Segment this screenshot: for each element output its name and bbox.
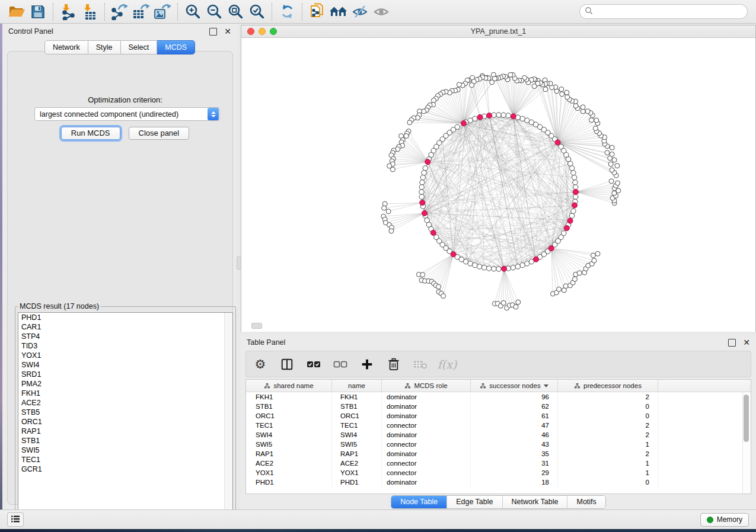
table-row[interactable]: STB1STB1dominator620 xyxy=(246,402,751,411)
mcds-result-item[interactable]: SWI5 xyxy=(18,446,232,455)
deselect-all-icon[interactable] xyxy=(333,357,347,371)
export-network-icon xyxy=(111,4,129,20)
table-scrollbar-thumb[interactable] xyxy=(744,395,749,442)
zoom-selected-button[interactable] xyxy=(246,2,267,22)
column-header-successor-nodes[interactable]: successor nodes xyxy=(471,380,558,392)
add-column-icon[interactable] xyxy=(360,357,374,371)
table-row[interactable]: YOX1YOX1connector291 xyxy=(246,468,751,477)
table-row[interactable]: TEC1TEC1connector472 xyxy=(246,421,751,430)
column-header-predecessor-nodes[interactable]: predecessor nodes xyxy=(558,380,658,392)
settings-gear-icon[interactable]: ⚙ xyxy=(253,357,267,371)
tab-network-table[interactable]: Network Table xyxy=(502,496,567,508)
select-all-icon[interactable] xyxy=(307,357,321,371)
refresh-button[interactable] xyxy=(276,2,298,22)
open-button[interactable] xyxy=(6,2,27,22)
tab-select[interactable]: Select xyxy=(121,40,158,55)
import-table-button[interactable] xyxy=(79,2,100,22)
memory-button-label: Memory xyxy=(717,515,742,524)
network-graph-svg[interactable] xyxy=(241,38,755,332)
delete-table-icon[interactable] xyxy=(413,357,428,371)
mcds-result-item[interactable]: CAR1 xyxy=(18,322,232,332)
mcds-result-item[interactable]: ORC1 xyxy=(18,417,232,427)
search-field[interactable] xyxy=(579,4,748,19)
mcds-result-item[interactable]: TEC1 xyxy=(18,455,232,464)
table-row[interactable]: RAP1RAP1dominator352 xyxy=(246,449,751,459)
duplicate-network-button[interactable] xyxy=(307,2,328,22)
table-toolbar: ⚙ f(x) xyxy=(245,351,751,377)
zoom-in-icon xyxy=(185,4,201,20)
table-cell: 2 xyxy=(558,421,658,430)
horizontal-splitter-handle[interactable] xyxy=(251,323,262,329)
mcds-result-item[interactable]: FKH1 xyxy=(18,389,232,398)
export-image-button[interactable] xyxy=(152,2,173,22)
table-cell: 31 xyxy=(471,459,558,468)
mcds-result-item[interactable]: STP4 xyxy=(18,332,232,341)
tab-motifs[interactable]: Motifs xyxy=(567,496,605,508)
save-button[interactable] xyxy=(27,2,49,22)
mcds-list-scrollbar[interactable] xyxy=(224,313,232,519)
toolbar-separator xyxy=(302,3,302,21)
column-header-label: successor nodes xyxy=(489,380,540,392)
tab-network[interactable]: Network xyxy=(44,40,88,55)
mcds-result-item[interactable]: STB5 xyxy=(18,408,232,417)
home-networks-button[interactable] xyxy=(328,2,349,22)
split-columns-icon[interactable] xyxy=(280,357,294,371)
zoom-out-button[interactable] xyxy=(203,2,225,22)
table-cell: TEC1 xyxy=(246,421,332,430)
table-cell: TEC1 xyxy=(332,421,382,430)
mcds-result-item[interactable]: ACE2 xyxy=(18,398,232,408)
tab-node-table[interactable]: Node Table xyxy=(391,496,446,508)
float-panel-icon[interactable] xyxy=(728,339,736,347)
function-builder-icon[interactable]: f(x) xyxy=(440,357,454,371)
mcds-result-item[interactable]: SWI4 xyxy=(18,360,232,370)
table-cell: 0 xyxy=(558,402,658,411)
control-panel-titlebar: Control Panel ✕ xyxy=(2,24,237,39)
zoom-in-button[interactable] xyxy=(182,2,203,22)
export-network-button[interactable] xyxy=(109,2,130,22)
mcds-result-item[interactable]: PMA2 xyxy=(18,379,232,389)
column-header-mcds-role[interactable]: MCDS role xyxy=(382,380,471,392)
tab-mcds[interactable]: MCDS xyxy=(157,40,195,55)
mcds-result-item[interactable]: PHD1 xyxy=(18,313,232,322)
float-panel-icon[interactable] xyxy=(209,28,217,36)
table-row[interactable]: ACE2ACE2connector311 xyxy=(246,459,751,468)
hide-eye-button[interactable] xyxy=(349,2,371,22)
close-panel-icon[interactable]: ✕ xyxy=(743,339,750,346)
column-header-name[interactable]: name xyxy=(332,380,382,392)
close-panel-button[interactable]: Close panel xyxy=(129,127,190,140)
mcds-result-item[interactable]: GCR1 xyxy=(18,464,232,474)
network-window-titlebar[interactable]: YPA_prune.txt_1 xyxy=(241,25,755,38)
close-panel-icon[interactable]: ✕ xyxy=(224,28,231,35)
import-network-button[interactable] xyxy=(58,2,79,22)
search-icon xyxy=(585,7,593,17)
mcds-result-item[interactable]: YOX1 xyxy=(18,351,232,360)
zoom-fit-button[interactable] xyxy=(225,2,246,22)
tab-style[interactable]: Style xyxy=(88,40,121,55)
import-network-icon xyxy=(60,4,76,20)
mcds-result-item[interactable]: SRD1 xyxy=(18,370,232,379)
criterion-dropdown[interactable]: largest connected component (undirected) xyxy=(34,107,220,121)
table-row[interactable]: FKH1FKH1dominator962 xyxy=(246,392,751,402)
mcds-result-item[interactable]: TID3 xyxy=(18,341,232,351)
run-mcds-button[interactable]: Run MCDS xyxy=(61,127,120,140)
column-header-shared-name[interactable]: shared name xyxy=(246,380,332,392)
toolbar-separator xyxy=(177,3,178,21)
mcds-result-item[interactable]: RAP1 xyxy=(18,427,232,436)
table-panel-title: Table Panel xyxy=(247,338,285,347)
memory-button[interactable]: Memory xyxy=(700,513,749,527)
mcds-result-item[interactable]: STB1 xyxy=(18,436,232,446)
table-row[interactable]: SWI4SWI4dominator462 xyxy=(246,430,751,440)
table-row[interactable]: SWI5SWI5connector431 xyxy=(246,440,751,449)
tab-edge-table[interactable]: Edge Table xyxy=(446,496,502,508)
show-eye-button[interactable] xyxy=(371,2,392,22)
table-row[interactable]: PHD1PHD1dominator180 xyxy=(246,477,751,487)
delete-column-icon[interactable] xyxy=(387,357,401,371)
search-input[interactable] xyxy=(593,7,742,17)
network-canvas[interactable] xyxy=(241,38,755,332)
task-history-button[interactable] xyxy=(7,512,24,527)
optimization-criterion-label: Optimization criterion: xyxy=(8,95,243,104)
table-scrollbar[interactable] xyxy=(742,392,751,493)
table-row[interactable]: ORC1ORC1dominator610 xyxy=(246,411,751,421)
export-table-button[interactable] xyxy=(130,2,152,22)
refresh-icon xyxy=(279,4,295,20)
